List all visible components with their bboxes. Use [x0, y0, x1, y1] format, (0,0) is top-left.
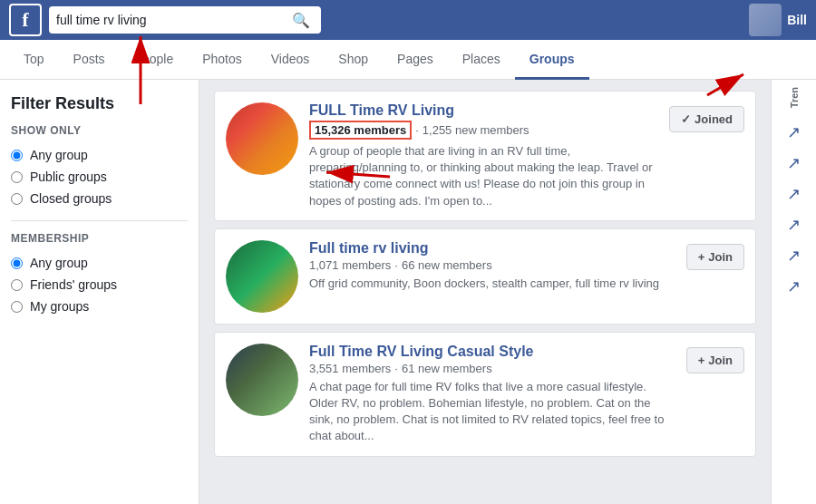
group-card-1: FULL Time RV Living 15,326 members · 1,2… [214, 91, 756, 221]
group-desc-2: Off grid community, Boon dockers, stealt… [309, 276, 675, 292]
membership-my-radio[interactable] [11, 301, 23, 313]
show-only-public-radio[interactable] [11, 171, 23, 183]
join-button-2[interactable]: + Join [686, 244, 744, 270]
plus-icon-2: + [698, 250, 705, 264]
header: f 🔍 Bill [0, 0, 816, 40]
tab-people[interactable]: People [120, 40, 189, 80]
members-count-2: 1,071 members [309, 258, 391, 272]
trend-icon-4[interactable]: ↗ [787, 215, 801, 235]
trending-sidebar: Tren ↗ ↗ ↗ ↗ ↗ ↗ [771, 80, 816, 504]
trend-icon-5[interactable]: ↗ [787, 246, 801, 266]
group-desc-1: A group of people that are living in an … [309, 143, 658, 209]
membership-any-group[interactable]: Any group [11, 252, 188, 274]
tab-photos[interactable]: Photos [188, 40, 257, 80]
trend-icon-6[interactable]: ↗ [787, 276, 801, 296]
plus-icon-3: + [698, 354, 705, 367]
membership-my-label: My groups [30, 299, 89, 314]
checkmark-icon: ✓ [681, 112, 691, 126]
membership-friends-radio[interactable] [11, 279, 23, 291]
group-info-1: FULL Time RV Living 15,326 members · 1,2… [309, 102, 658, 209]
tab-videos[interactable]: Videos [257, 40, 325, 80]
membership-any-label: Any group [30, 256, 88, 270]
new-members-3: 61 new members [402, 362, 492, 375]
search-button[interactable]: 🔍 [292, 12, 310, 29]
search-input[interactable] [56, 13, 292, 27]
group-members-2: 1,071 members · 66 new members [309, 258, 675, 272]
show-only-closed-groups[interactable]: Closed groups [11, 188, 188, 209]
joined-button-1[interactable]: ✓ Joined [669, 106, 744, 132]
show-only-label: SHOW ONLY [11, 124, 188, 137]
avatar-image [749, 4, 782, 36]
avatar[interactable] [749, 4, 782, 36]
group-image-3 [226, 344, 298, 416]
tab-pages[interactable]: Pages [383, 40, 448, 80]
separator-3: · [394, 362, 398, 375]
filter-divider [11, 220, 188, 221]
group-members-3: 3,551 members · 61 new members [309, 362, 675, 375]
membership-label: MEMBERSHIP [11, 232, 188, 245]
show-only-any-label: Any group [30, 148, 88, 162]
group-name-2[interactable]: Full time rv living [309, 240, 675, 257]
tab-places[interactable]: Places [448, 40, 515, 80]
group-image-2 [226, 240, 298, 313]
tab-top[interactable]: Top [9, 40, 59, 80]
sidebar: Filter Results SHOW ONLY Any group Publi… [0, 80, 199, 504]
new-members-2: 66 new members [402, 258, 492, 272]
main-layout: Filter Results SHOW ONLY Any group Publi… [0, 80, 816, 504]
show-only-public-groups[interactable]: Public groups [11, 166, 188, 188]
tab-shop[interactable]: Shop [324, 40, 383, 80]
nav-tabs: Top Posts People Photos Videos Shop Page… [0, 40, 816, 80]
group-desc-3: A chat page for full time RV folks that … [309, 379, 675, 445]
join-button-3[interactable]: + Join [686, 347, 744, 373]
group-thumb-2 [226, 240, 298, 313]
group-name-1[interactable]: FULL Time RV Living [309, 102, 658, 119]
group-thumb-1 [226, 102, 298, 175]
tab-groups[interactable]: Groups [515, 40, 589, 80]
user-area: Bill [749, 4, 807, 36]
group-info-2: Full time rv living 1,071 members · 66 n… [309, 240, 675, 292]
show-only-closed-label: Closed groups [30, 191, 112, 206]
facebook-logo[interactable]: f [9, 4, 42, 36]
membership-my-groups[interactable]: My groups [11, 296, 188, 317]
content-area: FULL Time RV Living 15,326 members · 1,2… [199, 80, 771, 504]
show-only-any-radio[interactable] [11, 150, 23, 161]
group-members-1: 15,326 members · 1,255 new members [309, 121, 658, 140]
members-count-3: 3,551 members [309, 362, 391, 375]
group-card-2: Full time rv living 1,071 members · 66 n… [214, 228, 756, 325]
membership-friends-groups[interactable]: Friends' groups [11, 274, 188, 296]
show-only-public-label: Public groups [30, 170, 107, 184]
group-name-3[interactable]: Full Time RV Living Casual Style [309, 344, 675, 360]
trend-icon-2[interactable]: ↗ [787, 153, 801, 173]
user-name: Bill [787, 13, 807, 27]
trend-icon-3[interactable]: ↗ [787, 184, 801, 204]
group-actions-1: ✓ Joined [669, 106, 744, 132]
search-bar: 🔍 [49, 6, 321, 34]
group-card-3: Full Time RV Living Casual Style 3,551 m… [214, 332, 756, 457]
group-thumb-3 [226, 344, 298, 416]
group-info-3: Full Time RV Living Casual Style 3,551 m… [309, 344, 675, 445]
membership-any-radio[interactable] [11, 257, 23, 269]
group-image-1 [226, 102, 298, 175]
separator-2: · [394, 258, 398, 272]
group-actions-2: + Join [686, 244, 744, 270]
separator-1: · [415, 123, 419, 137]
group-actions-3: + Join [686, 347, 744, 373]
show-only-any-group[interactable]: Any group [11, 144, 188, 166]
new-members-1: 1,255 new members [423, 123, 529, 137]
membership-friends-label: Friends' groups [30, 277, 117, 292]
members-count-1: 15,326 members [309, 121, 412, 140]
show-only-closed-radio[interactable] [11, 193, 23, 205]
trend-icon-1[interactable]: ↗ [787, 122, 801, 142]
sidebar-title: Filter Results [11, 94, 188, 113]
trending-label: Tren [789, 87, 800, 108]
tab-posts[interactable]: Posts [59, 40, 120, 80]
